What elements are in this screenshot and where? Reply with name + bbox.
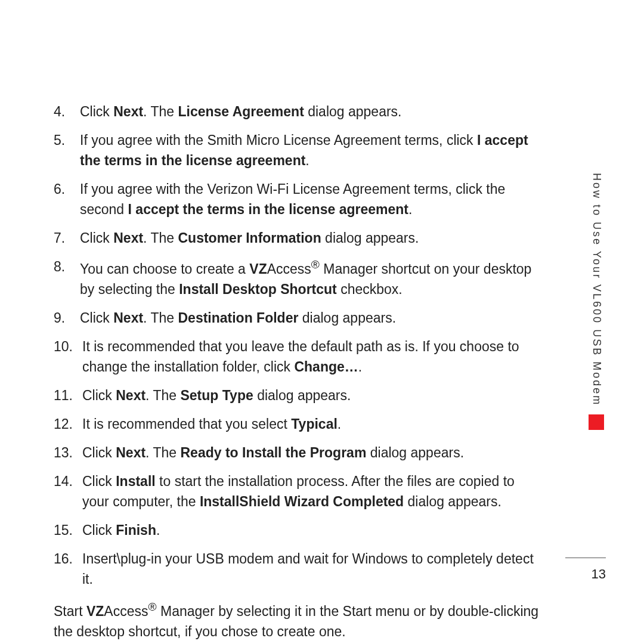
instruction-number: 12. <box>54 414 80 434</box>
instruction-number: 7. <box>54 228 80 248</box>
instruction-number: 8. <box>54 256 80 299</box>
instruction-text: It is recommended that you select Typica… <box>82 414 543 434</box>
instruction-item: 13.Click Next. The Ready to Install the … <box>54 442 543 463</box>
instruction-item: 6.If you agree with the Verizon Wi-Fi Li… <box>54 179 543 219</box>
instruction-text: Click Finish. <box>82 520 543 540</box>
section-tab-marker <box>589 414 604 430</box>
instruction-text: If you agree with the Smith Micro Licens… <box>80 130 543 171</box>
page-number: 13 <box>592 566 606 582</box>
instruction-text: If you agree with the Verizon Wi-Fi Lice… <box>80 179 543 219</box>
instruction-number: 13. <box>54 442 80 463</box>
instruction-text: Insert\plug-in your USB modem and wait f… <box>82 549 543 589</box>
instruction-item: 5.If you agree with the Smith Micro Lice… <box>54 130 543 171</box>
instruction-text: Click Next. The Ready to Install the Pro… <box>82 442 543 463</box>
instruction-number: 5. <box>54 130 80 171</box>
section-tab: How to Use Your VL600 USB Modem <box>589 173 603 430</box>
instruction-text: It is recommended that you leave the def… <box>82 336 543 377</box>
instruction-item: 7.Click Next. The Customer Information d… <box>54 228 543 248</box>
instruction-text: Click Next. The Setup Type dialog appear… <box>82 385 543 405</box>
instruction-number: 11. <box>54 385 80 405</box>
instruction-number: 9. <box>54 308 80 328</box>
instruction-text: Click Next. The Customer Information dia… <box>80 228 543 248</box>
instruction-number: 4. <box>54 101 80 122</box>
instruction-item: 8.You can choose to create a VZAccess® M… <box>54 256 543 299</box>
instruction-item: 12.It is recommended that you select Typ… <box>54 414 543 434</box>
document-page: 4.Click Next. The License Agreement dial… <box>0 0 644 644</box>
instruction-item: 11.Click Next. The Setup Type dialog app… <box>54 385 543 405</box>
instruction-text: Click Next. The Destination Folder dialo… <box>80 308 543 328</box>
instruction-item: 4.Click Next. The License Agreement dial… <box>54 101 543 122</box>
section-tab-label: How to Use Your VL600 USB Modem <box>590 173 603 406</box>
instruction-item: 15.Click Finish. <box>54 520 543 540</box>
instruction-number: 16. <box>54 549 80 589</box>
instruction-text: Click Next. The License Agreement dialog… <box>80 101 543 122</box>
instruction-text: Click Install to start the installation … <box>82 471 543 512</box>
instruction-list: 4.Click Next. The License Agreement dial… <box>54 101 543 589</box>
instruction-item: 14.Click Install to start the installati… <box>54 471 543 512</box>
footer-rule <box>565 558 606 558</box>
instruction-number: 15. <box>54 520 80 540</box>
instruction-number: 10. <box>54 336 80 377</box>
instruction-item: 16.Insert\plug-in your USB modem and wai… <box>54 549 543 589</box>
body-content: 4.Click Next. The License Agreement dial… <box>54 101 543 642</box>
instruction-item: 9.Click Next. The Destination Folder dia… <box>54 308 543 328</box>
closing-paragraph: Start VZAccess® Manager by selecting it … <box>54 599 543 642</box>
instruction-number: 14. <box>54 471 80 512</box>
instruction-number: 6. <box>54 179 80 219</box>
instruction-item: 10.It is recommended that you leave the … <box>54 336 543 377</box>
instruction-text: You can choose to create a VZAccess® Man… <box>80 256 543 299</box>
